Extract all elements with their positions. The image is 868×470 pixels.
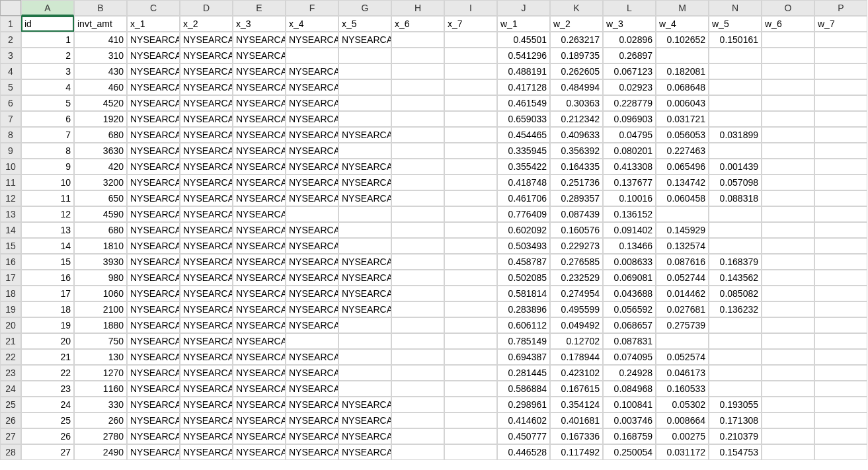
cell[interactable] [444,63,497,79]
cell[interactable]: NYSEARCA [180,143,233,159]
row-header[interactable]: 14 [0,222,21,238]
cell[interactable]: 0.052744 [656,270,709,286]
cell[interactable]: 7 [21,127,74,143]
cell[interactable] [391,333,444,349]
cell[interactable]: 0.068657 [603,317,656,333]
cell[interactable]: NYSEARCA [233,238,286,254]
cell[interactable] [762,175,814,190]
cell[interactable]: NYSEARCA [127,190,180,206]
cell[interactable]: NYSEARCA [286,270,338,286]
cell[interactable]: 8 [21,143,74,159]
cell[interactable]: w_5 [709,16,762,32]
cell[interactable] [391,238,444,254]
cell[interactable] [444,32,497,48]
cell[interactable]: 22 [21,365,74,381]
cell[interactable] [709,63,762,79]
cell[interactable]: 0.502085 [497,270,550,286]
cell[interactable]: 0.283896 [497,301,550,317]
cell[interactable]: NYSEARCA [233,32,286,48]
row-header[interactable]: 13 [0,206,21,222]
cell[interactable]: NYSEARCA [127,381,180,397]
cell[interactable] [814,317,867,333]
cell[interactable]: 0.210379 [709,428,762,444]
cell[interactable]: 0.413308 [603,159,656,175]
cell[interactable]: 12 [21,206,74,222]
cell[interactable]: NYSEARCA:IGM [338,270,391,286]
cell[interactable]: 0.065496 [656,159,709,175]
cell[interactable]: NYSEARCA:FVL [286,95,338,111]
cell[interactable] [814,95,867,111]
cell[interactable] [814,206,867,222]
cell[interactable]: NYSEARCA [180,159,233,175]
cell[interactable]: NYSEARCA [233,365,286,381]
cell[interactable] [338,222,391,238]
cell[interactable] [444,48,497,63]
cell[interactable]: w_7 [814,16,867,32]
cell[interactable]: 0.263217 [550,32,603,48]
row-header[interactable]: 18 [0,286,21,301]
cell[interactable]: 650 [74,190,127,206]
column-header-F[interactable]: F [286,0,338,16]
cell[interactable]: NYSEARCA [233,63,286,79]
cell[interactable]: NYSEARCA [233,222,286,238]
cell[interactable] [709,222,762,238]
cell[interactable]: 0.074095 [603,349,656,365]
cell[interactable]: 0.189735 [550,48,603,63]
cell[interactable]: NYSEARCA [127,127,180,143]
cell[interactable]: 0.586884 [497,381,550,397]
cell[interactable]: 0.087616 [656,254,709,270]
cell[interactable]: 0.356392 [550,143,603,159]
cell[interactable]: NYSEARCA [286,444,338,460]
cell[interactable]: 0.150161 [709,32,762,48]
cell[interactable] [762,190,814,206]
cell[interactable]: NYSEARCA:VOT [286,238,338,254]
cell[interactable]: w_2 [550,16,603,32]
cell[interactable]: 20 [21,333,74,349]
cell[interactable] [709,143,762,159]
cell[interactable] [391,32,444,48]
row-header[interactable]: 7 [0,111,21,127]
cell[interactable]: 0.087439 [550,206,603,222]
cell[interactable] [338,365,391,381]
cell[interactable]: NYSEARCA [127,206,180,222]
row-header[interactable]: 21 [0,333,21,349]
cell[interactable]: 980 [74,270,127,286]
cell[interactable]: 0.056592 [603,301,656,317]
cell[interactable] [338,238,391,254]
cell[interactable]: 0.450777 [497,428,550,444]
cell[interactable]: 0.541296 [497,48,550,63]
cell[interactable]: NYSEARCA [233,127,286,143]
cell[interactable]: NYSEARCA [233,286,286,301]
row-header[interactable]: 27 [0,428,21,444]
cell[interactable]: 26 [21,428,74,444]
column-header-J[interactable]: J [497,0,550,16]
column-header-M[interactable]: M [656,0,709,16]
cell[interactable]: 130 [74,349,127,365]
cell[interactable] [814,270,867,286]
cell[interactable]: NYSEARCA:IGM [338,301,391,317]
cell[interactable]: 0.30363 [550,95,603,111]
cell[interactable]: NYSEARCA:IGV [338,397,391,412]
column-header-C[interactable]: C [127,0,180,16]
cell[interactable]: NYSEARCA:PYZ [338,254,391,270]
cell[interactable] [762,444,814,460]
cell[interactable] [444,127,497,143]
cell[interactable]: 0.168759 [603,428,656,444]
cell[interactable]: 0.167615 [550,381,603,397]
cell[interactable]: w_4 [656,16,709,32]
cell[interactable] [338,349,391,365]
cell[interactable]: NYSEARCA [286,254,338,270]
cell[interactable]: 0.136232 [709,301,762,317]
cell[interactable]: NYSEARCA [233,159,286,175]
cell[interactable] [762,238,814,254]
cell[interactable] [444,301,497,317]
cell[interactable]: NYSEARCA [180,333,233,349]
cell[interactable]: 0.694387 [497,349,550,365]
cell[interactable]: 0.461706 [497,190,550,206]
cell[interactable] [814,333,867,349]
column-header-D[interactable]: D [180,0,233,16]
cell[interactable]: 0.068648 [656,79,709,95]
cell[interactable] [709,365,762,381]
cell[interactable]: NYSEARCA:IGM [286,111,338,127]
cell[interactable] [444,349,497,365]
